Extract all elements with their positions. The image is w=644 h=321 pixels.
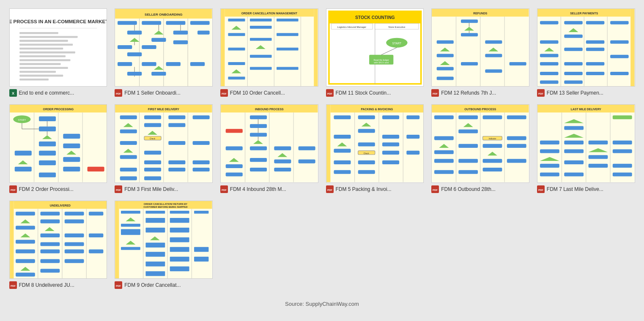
svg-rect-346	[64, 212, 84, 215]
svg-text:PDF: PDF	[327, 189, 332, 191]
list-item[interactable]: STOCK COUNTING Logistics Inbound Manager…	[326, 8, 424, 97]
svg-rect-345	[40, 212, 60, 215]
svg-rect-194	[120, 130, 137, 133]
svg-rect-203	[144, 151, 161, 155]
svg-rect-235	[298, 160, 315, 163]
svg-text:PDF: PDF	[433, 92, 438, 95]
svg-rect-175	[87, 167, 104, 171]
svg-rect-167	[14, 151, 31, 155]
svg-rect-373	[115, 201, 119, 278]
svg-rect-212	[193, 168, 210, 171]
svg-rect-192	[193, 116, 210, 120]
svg-text:Read the ledger: Read the ledger	[373, 59, 389, 61]
svg-rect-324	[564, 150, 584, 153]
svg-rect-37	[197, 31, 210, 35]
svg-rect-141	[610, 55, 629, 58]
svg-text:THE E2E PROCESS IN AN E-COMMER: THE E2E PROCESS IN AN E-COMMERCE MARKETP…	[10, 19, 107, 24]
svg-text:ORDER PROCESSING: ORDER PROCESSING	[43, 108, 73, 111]
file-label: FDM 12 Refunds 7th J...	[441, 90, 496, 96]
svg-rect-69	[228, 48, 245, 51]
thumbnail: OUTBOUND PROCESS Indicator	[431, 104, 529, 182]
list-item[interactable]: LAST MILE DELIVERY	[537, 104, 635, 193]
label-row: PDF FDM 9 Order Cancellat...	[115, 281, 213, 289]
svg-rect-288	[458, 130, 478, 133]
svg-rect-144	[586, 62, 605, 65]
svg-rect-240	[226, 173, 243, 177]
svg-rect-256	[406, 116, 419, 120]
svg-rect-396	[170, 266, 189, 271]
pdf-icon: PDF	[537, 185, 545, 193]
svg-rect-147	[586, 72, 605, 75]
list-item[interactable]: UNDELIVERED	[9, 201, 107, 289]
list-item[interactable]: THE E2E PROCESS IN AN E-COMMERCE MARKETP…	[9, 8, 107, 97]
svg-rect-6	[19, 44, 73, 46]
svg-rect-360	[16, 249, 35, 253]
list-item[interactable]: ORDER PROCESSING START	[9, 104, 107, 193]
list-item[interactable]: ORDER CANCELLATION/ RETURN BY CUSTOMER B…	[115, 201, 213, 289]
list-item[interactable]: ORDER CANCELLATION MANAGEMENT	[220, 8, 318, 97]
svg-rect-394	[170, 247, 189, 252]
file-label: FDM 1 Seller Onboardi...	[124, 90, 181, 96]
list-item[interactable]: INBOUND PROCESS	[220, 104, 318, 193]
list-item[interactable]: REFUNDS	[431, 8, 529, 97]
svg-rect-269	[406, 151, 419, 155]
pdf-icon: PDF	[115, 281, 122, 289]
svg-rect-359	[64, 242, 84, 246]
svg-text:Indicator: Indicator	[489, 138, 496, 140]
list-item[interactable]: OUTBOUND PROCESS Indicator	[431, 104, 529, 193]
svg-rect-338	[10, 201, 14, 278]
svg-rect-4	[19, 36, 77, 38]
pdf-icon: PDF	[9, 185, 17, 193]
svg-rect-263	[334, 149, 351, 153]
svg-rect-10	[19, 59, 70, 61]
pdf-icon: PDF	[115, 185, 122, 193]
svg-rect-350	[40, 219, 60, 223]
svg-rect-129	[564, 21, 583, 24]
svg-rect-298	[434, 159, 454, 163]
svg-rect-116	[437, 76, 454, 80]
list-item[interactable]: SELLER PAYMENTS	[537, 8, 635, 97]
svg-rect-105	[437, 40, 454, 44]
svg-rect-48	[151, 72, 166, 76]
svg-rect-299	[458, 159, 478, 163]
svg-rect-191	[168, 116, 185, 120]
svg-rect-138	[540, 54, 559, 57]
svg-rect-300	[483, 159, 502, 163]
svg-rect-173	[39, 160, 56, 165]
list-item[interactable]: PACKING & INVOICING Check	[326, 104, 424, 193]
svg-rect-136	[610, 40, 629, 44]
thumbnail: SELLER ONBOARDING	[115, 8, 213, 87]
pdf-icon: PDF	[220, 185, 228, 193]
list-item[interactable]: SELLER ONBOARDING	[115, 8, 213, 97]
svg-rect-35	[173, 31, 188, 35]
svg-rect-254	[358, 116, 375, 120]
label-row: PDF FDM 1 Seller Onboardi...	[115, 89, 213, 97]
svg-rect-295	[458, 144, 478, 148]
svg-rect-110	[485, 54, 502, 57]
svg-rect-354	[64, 233, 84, 237]
svg-rect-130	[586, 21, 605, 24]
svg-rect-274	[382, 160, 399, 164]
svg-rect-332	[540, 173, 559, 177]
thumbnail: THE E2E PROCESS IN AN E-COMMERCE MARKETP…	[9, 8, 107, 87]
thumbnail: FIRST MILE DELIVERY Check	[115, 104, 213, 182]
svg-rect-65	[228, 33, 245, 36]
svg-rect-296	[483, 144, 502, 148]
pdf-icon: PDF	[220, 89, 228, 97]
svg-rect-146	[564, 72, 583, 75]
svg-rect-284	[458, 116, 478, 120]
svg-rect-344	[16, 212, 35, 215]
pdf-icon: PDF	[431, 185, 439, 193]
svg-rect-134	[540, 40, 559, 44]
list-item[interactable]: FIRST MILE DELIVERY Check	[115, 104, 213, 193]
svg-rect-353	[40, 233, 60, 237]
svg-rect-387	[146, 218, 165, 223]
svg-rect-162	[39, 127, 56, 131]
svg-rect-46	[190, 62, 205, 66]
svg-rect-398	[194, 256, 208, 261]
svg-rect-11	[19, 63, 60, 65]
svg-rect-224	[250, 124, 267, 128]
svg-rect-164	[39, 141, 56, 146]
file-label: FDM 8 Undelivered JU...	[19, 282, 74, 288]
file-label: FDM 4 Inbound 28th M...	[230, 186, 286, 192]
